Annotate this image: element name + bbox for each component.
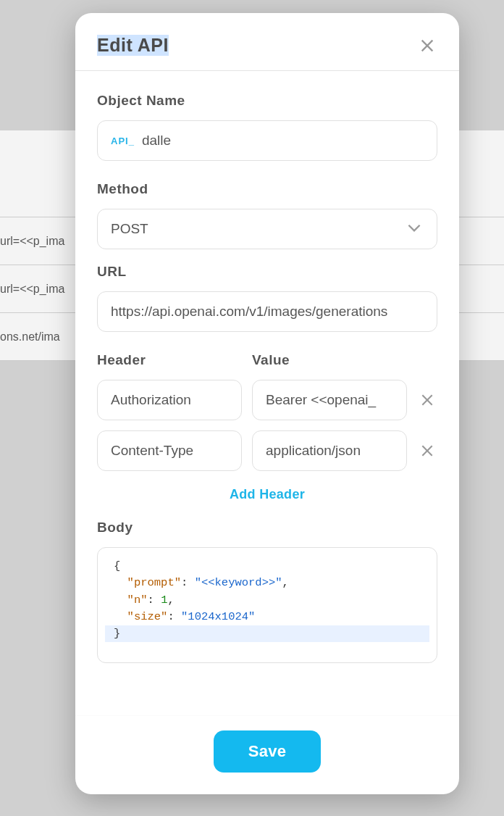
method-select[interactable]: POST — [97, 209, 437, 249]
bg-row-text: ons.net/ima — [0, 330, 60, 344]
header-row — [97, 380, 437, 420]
edit-api-modal: Edit API Object Name API_ Method POST UR… — [75, 13, 459, 794]
close-icon — [420, 393, 434, 407]
header-row — [97, 430, 437, 471]
url-input-wrap[interactable] — [97, 291, 437, 332]
save-button[interactable]: Save — [214, 730, 322, 773]
body-prompt-value: "<<keyword>>" — [195, 576, 282, 589]
header-key-label: Header — [97, 352, 242, 368]
header-key-input-wrap[interactable] — [97, 430, 242, 471]
modal-header: Edit API — [75, 13, 459, 71]
close-icon — [419, 38, 435, 54]
modal-title: Edit API — [97, 35, 169, 56]
bg-row-text: url=<<p_ima — [0, 235, 64, 248]
header-value-input-wrap[interactable] — [252, 380, 407, 420]
header-value-input[interactable] — [266, 443, 393, 459]
bg-row-text: url=<<p_ima — [0, 283, 64, 296]
body-size-value: "1024x1024" — [181, 610, 255, 623]
header-delete-button[interactable] — [417, 441, 437, 461]
object-name-input[interactable] — [142, 133, 424, 149]
header-delete-button[interactable] — [417, 390, 437, 410]
header-key-input[interactable] — [111, 392, 228, 408]
close-icon — [420, 444, 434, 458]
close-button[interactable] — [417, 36, 437, 56]
modal-body: Object Name API_ Method POST URL Header … — [75, 71, 459, 715]
body-editor[interactable]: { "prompt": "<<keyword>>", "n": 1, "size… — [97, 547, 437, 663]
url-label: URL — [97, 264, 437, 280]
method-value: POST — [111, 221, 148, 237]
header-value-label: Value — [252, 352, 437, 368]
header-value-input-wrap[interactable] — [252, 430, 407, 471]
chevron-down-icon — [405, 218, 424, 241]
modal-footer: Save — [75, 715, 459, 794]
method-label: Method — [97, 181, 437, 197]
object-name-label: Object Name — [97, 93, 437, 109]
header-key-input-wrap[interactable] — [97, 380, 242, 420]
body-section: Body { "prompt": "<<keyword>>", "n": 1, … — [97, 520, 437, 663]
add-header-button[interactable]: Add Header — [97, 487, 437, 502]
header-value-input[interactable] — [266, 392, 393, 408]
body-n-value: 1 — [161, 594, 167, 607]
header-key-input[interactable] — [111, 443, 228, 459]
body-label: Body — [97, 520, 437, 536]
url-input[interactable] — [111, 304, 424, 320]
headers-section: Header Value — [97, 352, 437, 502]
object-name-input-wrap[interactable]: API_ — [97, 120, 437, 161]
object-name-prefix: API_ — [111, 136, 135, 146]
